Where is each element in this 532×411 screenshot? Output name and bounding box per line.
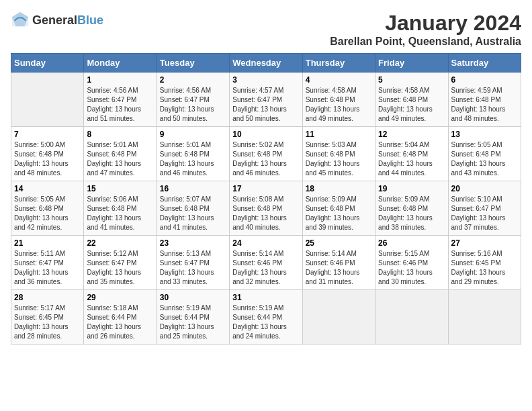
day-info: Sunrise: 5:08 AMSunset: 6:48 PMDaylight:… (232, 195, 299, 232)
day-info: Sunrise: 5:15 AMSunset: 6:46 PMDaylight:… (378, 249, 445, 287)
day-info: Sunrise: 4:56 AMSunset: 6:47 PMDaylight:… (87, 86, 153, 124)
day-info: Sunrise: 5:07 AMSunset: 6:48 PMDaylight:… (160, 195, 226, 232)
day-info: Sunrise: 5:19 AMSunset: 6:44 PMDaylight:… (160, 304, 226, 341)
calendar-day-cell: 15Sunrise: 5:06 AMSunset: 6:48 PMDayligh… (84, 181, 157, 236)
weekday-header-cell: Thursday (302, 54, 375, 73)
calendar-day-cell: 23Sunrise: 5:13 AMSunset: 6:47 PMDayligh… (157, 236, 229, 290)
weekday-header-cell: Sunday (11, 54, 84, 73)
day-info: Sunrise: 5:13 AMSunset: 6:47 PMDaylight:… (160, 249, 226, 287)
weekday-header-cell: Friday (375, 54, 448, 73)
calendar-week-row: 1Sunrise: 4:56 AMSunset: 6:47 PMDaylight… (11, 73, 521, 127)
day-number: 15 (87, 184, 153, 193)
day-info: Sunrise: 4:56 AMSunset: 6:47 PMDaylight:… (160, 86, 226, 124)
weekday-header-cell: Tuesday (157, 54, 229, 73)
logo-blue: Blue (77, 13, 103, 28)
day-number: 24 (232, 238, 299, 248)
day-info: Sunrise: 4:57 AMSunset: 6:47 PMDaylight:… (232, 86, 299, 124)
calendar-day-cell: 16Sunrise: 5:07 AMSunset: 6:48 PMDayligh… (157, 181, 229, 236)
calendar-week-row: 28Sunrise: 5:17 AMSunset: 6:45 PMDayligh… (11, 290, 521, 345)
calendar-day-cell: 2Sunrise: 4:56 AMSunset: 6:47 PMDaylight… (157, 73, 229, 127)
day-number: 22 (87, 238, 153, 248)
weekday-header-cell: Monday (84, 54, 157, 73)
day-number: 12 (378, 130, 445, 139)
day-number: 27 (451, 238, 518, 248)
calendar-day-cell: 31Sunrise: 5:19 AMSunset: 6:44 PMDayligh… (230, 290, 302, 345)
day-number: 26 (378, 238, 445, 248)
calendar-day-cell: 24Sunrise: 5:14 AMSunset: 6:46 PMDayligh… (230, 236, 302, 290)
weekday-header-cell: Wednesday (230, 54, 302, 73)
day-number: 25 (306, 238, 372, 248)
day-number: 23 (160, 238, 226, 248)
day-info: Sunrise: 5:18 AMSunset: 6:44 PMDaylight:… (87, 304, 153, 341)
main-title: January 2024 (330, 11, 521, 36)
day-number: 18 (306, 184, 372, 193)
calendar-day-cell: 9Sunrise: 5:01 AMSunset: 6:48 PMDaylight… (157, 127, 229, 181)
day-number: 3 (232, 75, 299, 85)
day-number: 4 (306, 75, 372, 85)
day-info: Sunrise: 5:09 AMSunset: 6:48 PMDaylight:… (306, 195, 372, 232)
day-info: Sunrise: 5:05 AMSunset: 6:48 PMDaylight:… (451, 140, 518, 178)
day-info: Sunrise: 5:17 AMSunset: 6:45 PMDaylight:… (14, 304, 81, 341)
calendar-day-cell: 26Sunrise: 5:15 AMSunset: 6:46 PMDayligh… (375, 236, 448, 290)
logo: General Blue (11, 11, 103, 30)
day-number: 2 (160, 75, 226, 85)
day-number: 7 (14, 130, 81, 139)
day-info: Sunrise: 5:10 AMSunset: 6:47 PMDaylight:… (451, 195, 518, 232)
subtitle: Barellan Point, Queensland, Australia (330, 36, 521, 48)
calendar-day-cell (448, 290, 521, 345)
day-number: 11 (306, 130, 372, 139)
day-info: Sunrise: 5:03 AMSunset: 6:48 PMDaylight:… (306, 140, 372, 178)
calendar-week-row: 21Sunrise: 5:11 AMSunset: 6:47 PMDayligh… (11, 236, 521, 290)
day-info: Sunrise: 5:12 AMSunset: 6:47 PMDaylight:… (87, 249, 153, 287)
calendar-day-cell: 14Sunrise: 5:05 AMSunset: 6:48 PMDayligh… (11, 181, 84, 236)
calendar-day-cell: 27Sunrise: 5:16 AMSunset: 6:45 PMDayligh… (448, 236, 521, 290)
calendar-day-cell: 18Sunrise: 5:09 AMSunset: 6:48 PMDayligh… (302, 181, 375, 236)
day-number: 6 (451, 75, 518, 85)
day-number: 14 (14, 184, 81, 193)
calendar-day-cell: 4Sunrise: 4:58 AMSunset: 6:48 PMDaylight… (302, 73, 375, 127)
calendar-day-cell: 20Sunrise: 5:10 AMSunset: 6:47 PMDayligh… (448, 181, 521, 236)
day-number: 8 (87, 130, 153, 139)
day-info: Sunrise: 5:09 AMSunset: 6:48 PMDaylight:… (378, 195, 445, 232)
day-number: 17 (232, 184, 299, 193)
day-info: Sunrise: 5:05 AMSunset: 6:48 PMDaylight:… (14, 195, 81, 232)
calendar-day-cell: 19Sunrise: 5:09 AMSunset: 6:48 PMDayligh… (375, 181, 448, 236)
day-info: Sunrise: 4:59 AMSunset: 6:48 PMDaylight:… (451, 86, 518, 124)
calendar-day-cell: 11Sunrise: 5:03 AMSunset: 6:48 PMDayligh… (302, 127, 375, 181)
day-info: Sunrise: 5:06 AMSunset: 6:48 PMDaylight:… (87, 195, 153, 232)
calendar-day-cell (375, 290, 448, 345)
day-info: Sunrise: 5:14 AMSunset: 6:46 PMDaylight:… (232, 249, 299, 287)
day-number: 13 (451, 130, 518, 139)
day-info: Sunrise: 5:01 AMSunset: 6:48 PMDaylight:… (87, 140, 153, 178)
calendar-day-cell: 28Sunrise: 5:17 AMSunset: 6:45 PMDayligh… (11, 290, 84, 345)
calendar-day-cell: 8Sunrise: 5:01 AMSunset: 6:48 PMDaylight… (84, 127, 157, 181)
calendar-day-cell: 1Sunrise: 4:56 AMSunset: 6:47 PMDaylight… (84, 73, 157, 127)
day-number: 5 (378, 75, 445, 85)
calendar-day-cell: 12Sunrise: 5:04 AMSunset: 6:48 PMDayligh… (375, 127, 448, 181)
calendar-day-cell: 5Sunrise: 4:58 AMSunset: 6:48 PMDaylight… (375, 73, 448, 127)
day-number: 16 (160, 184, 226, 193)
weekday-header-row: SundayMondayTuesdayWednesdayThursdayFrid… (11, 54, 521, 73)
day-info: Sunrise: 5:19 AMSunset: 6:44 PMDaylight:… (232, 304, 299, 341)
day-info: Sunrise: 4:58 AMSunset: 6:48 PMDaylight:… (378, 86, 445, 124)
day-number: 20 (451, 184, 518, 193)
day-number: 29 (87, 293, 153, 302)
weekday-header-cell: Saturday (448, 54, 521, 73)
logo-general: General (32, 13, 77, 28)
day-number: 31 (232, 293, 299, 302)
calendar-body: 1Sunrise: 4:56 AMSunset: 6:47 PMDaylight… (11, 73, 521, 345)
calendar-day-cell: 7Sunrise: 5:00 AMSunset: 6:48 PMDaylight… (11, 127, 84, 181)
calendar-day-cell (11, 73, 84, 127)
calendar-day-cell: 30Sunrise: 5:19 AMSunset: 6:44 PMDayligh… (157, 290, 229, 345)
day-number: 21 (14, 238, 81, 248)
calendar-week-row: 7Sunrise: 5:00 AMSunset: 6:48 PMDaylight… (11, 127, 521, 181)
day-info: Sunrise: 5:02 AMSunset: 6:48 PMDaylight:… (232, 140, 299, 178)
calendar-day-cell: 21Sunrise: 5:11 AMSunset: 6:47 PMDayligh… (11, 236, 84, 290)
calendar-day-cell: 17Sunrise: 5:08 AMSunset: 6:48 PMDayligh… (230, 181, 302, 236)
title-area: January 2024 Barellan Point, Queensland,… (330, 11, 521, 48)
day-info: Sunrise: 5:14 AMSunset: 6:46 PMDaylight:… (306, 249, 372, 287)
day-number: 9 (160, 130, 226, 139)
calendar-week-row: 14Sunrise: 5:05 AMSunset: 6:48 PMDayligh… (11, 181, 521, 236)
logo-text: General Blue (32, 13, 103, 28)
day-info: Sunrise: 5:04 AMSunset: 6:48 PMDaylight:… (378, 140, 445, 178)
